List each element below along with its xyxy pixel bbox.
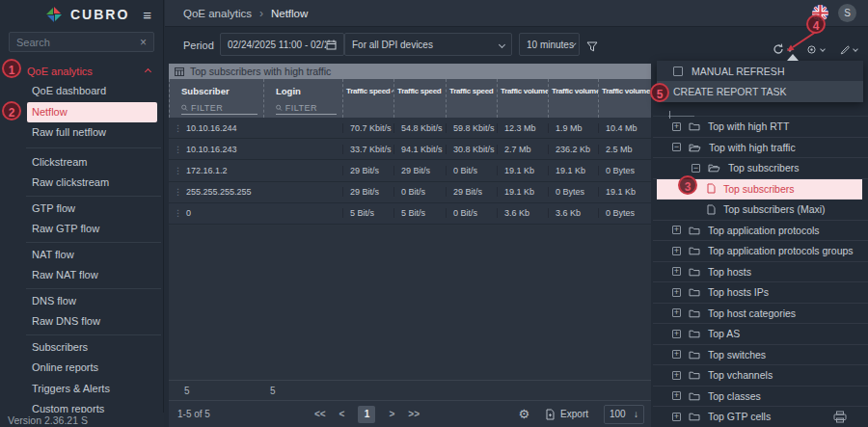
checkbox-icon[interactable] [673, 67, 683, 76]
tree-item-label: Top subscribers [728, 162, 800, 173]
manual-refresh-option[interactable]: MANUAL REFRESH [657, 61, 863, 81]
results-table: Top subscribers with high traffic Subscr… [169, 64, 651, 427]
expand-icon[interactable]: + [672, 122, 681, 131]
export-button[interactable]: Export [545, 409, 588, 420]
expand-icon[interactable]: + [672, 413, 681, 421]
sidebar-item-clickstream[interactable]: Clickstream [27, 152, 157, 173]
drag-handle-icon[interactable]: ⋮ [174, 166, 182, 175]
sidebar-item-raw-dns-flow[interactable]: Raw DNS flow [27, 311, 157, 333]
drag-handle-icon[interactable]: ⋮ [174, 208, 182, 218]
breadcrumb-parent[interactable]: QoE analytics [183, 8, 252, 19]
expand-icon[interactable]: + [672, 267, 681, 276]
pen-icon [839, 44, 850, 55]
collapse-icon[interactable]: − [692, 164, 700, 173]
column-traffic-volume-3[interactable]: Traffic volume [598, 79, 651, 118]
sidebar-item-triggers-alerts[interactable]: Triggers & Alerts [27, 379, 157, 400]
expand-icon[interactable]: + [672, 288, 681, 297]
table-row[interactable]: ⋮ 0 5 Bit/s 5 Bit/s 0 Bit/s 3.6 Kb 3.6 K… [169, 203, 651, 225]
tree-item-top-with-high-rtt[interactable]: + Top with high RTT [653, 117, 868, 138]
column-login[interactable]: Login [263, 79, 342, 118]
device-filter-select[interactable]: For all DPI devices [344, 33, 512, 56]
tree-item-top-as[interactable]: + Top AS [653, 324, 868, 345]
column-traffic-speed-1[interactable]: Traffic speed [342, 79, 393, 118]
expand-icon[interactable]: + [672, 330, 681, 338]
folder-icon [689, 412, 700, 421]
sidebar-item-raw-gtp-flow[interactable]: Raw GTP flow [27, 219, 157, 240]
export-icon [545, 409, 556, 420]
column-traffic-volume-2[interactable]: Traffic volume [548, 79, 598, 118]
sidebar-item-nat-flow[interactable]: NAT flow [27, 245, 157, 266]
hamburger-menu-icon[interactable]: ≡ [143, 7, 151, 23]
table-row[interactable]: ⋮ 255.255.255.255 29 Bit/s 0 Bit/s 29 Bi… [169, 182, 651, 203]
tree-item-label: Top hosts IPs [708, 286, 769, 298]
expand-icon[interactable]: + [672, 308, 681, 317]
sidebar-item-gtp-flow[interactable]: GTP flow [27, 199, 157, 220]
expand-icon[interactable]: + [672, 226, 681, 234]
tree-item-top-hosts-ips[interactable]: + Top hosts IPs [653, 282, 868, 304]
style-options-button[interactable] [839, 44, 857, 55]
tree-item-label: Top switches [708, 349, 766, 360]
clear-search-icon[interactable]: × [140, 36, 147, 49]
current-page[interactable]: 1 [358, 406, 375, 423]
tree-item-top-application-protocols[interactable]: + Top application protocols [653, 221, 868, 242]
tree-item-top-gtp-cells[interactable]: + Top GTP cells [653, 407, 868, 427]
table-row[interactable]: ⋮ 172.16.1.2 29 Bit/s 29 Bit/s 0 Bit/s 1… [169, 160, 651, 181]
table-row[interactable]: ⋮ 10.10.16.243 33.7 Kbit/s 94.1 Kbit/s 3… [169, 139, 651, 160]
user-avatar[interactable]: S [838, 4, 856, 22]
drag-handle-icon[interactable]: ⋮ [174, 123, 182, 133]
column-traffic-speed-2[interactable]: Traffic speed [393, 79, 446, 118]
login-filter-input[interactable] [285, 103, 337, 113]
tree-item-top-subscribers-maxi[interactable]: Top subscribers (Maxi) [653, 200, 868, 221]
tree-item-top-hosts[interactable]: + Top hosts [653, 262, 868, 283]
drag-handle-icon[interactable]: ⋮ [174, 187, 182, 197]
arrow-down-icon: ↓ [634, 409, 638, 419]
expand-icon[interactable]: + [672, 350, 681, 359]
next-page-button[interactable]: > [389, 409, 394, 419]
column-traffic-speed-3[interactable]: Traffic speed [446, 79, 497, 118]
tree-item-top-switches[interactable]: + Top switches [653, 345, 868, 366]
sidebar-item-raw-clickstream[interactable]: Raw clickstream [27, 173, 157, 194]
expand-icon[interactable]: + [672, 371, 681, 380]
subscriber-count: 5 [169, 386, 263, 396]
expand-icon[interactable]: + [672, 247, 681, 255]
tree-item-top-classes[interactable]: + Top classes [653, 387, 868, 408]
sidebar: CUBRO ≡ × QoE analytics QoE dashboard Ne… [0, 0, 164, 427]
tree-item-top-application-protocols-groups[interactable]: + Top application protocols groups [653, 241, 868, 262]
view-options-button[interactable] [806, 44, 825, 55]
page-size-select[interactable]: 100 ↓ [604, 405, 644, 424]
table-settings-gear-icon[interactable]: ⚙ [518, 407, 529, 421]
search-input[interactable] [16, 37, 140, 48]
sidebar-item-raw-nat-flow[interactable]: Raw NAT flow [27, 265, 157, 286]
sidebar-item-netflow[interactable]: Netflow [27, 102, 157, 123]
print-icon[interactable] [833, 411, 847, 425]
column-subscriber[interactable]: Subscriber [169, 79, 263, 118]
brand-name: CUBRO [70, 7, 129, 22]
tree-item-top-vchannels[interactable]: + Top vchannels [653, 365, 868, 387]
sidebar-item-raw-full-netflow[interactable]: Raw full netflow [27, 122, 157, 144]
tree-item-top-host-categories[interactable]: + Top host categories [653, 304, 868, 325]
tree-item-label: Top AS [708, 328, 740, 339]
column-header-label: Traffic volume [599, 79, 651, 102]
last-page-button[interactable]: >> [408, 409, 420, 419]
chevron-down-icon [787, 46, 793, 52]
column-traffic-volume-1[interactable]: Traffic volume [497, 79, 548, 118]
expand-icon[interactable]: + [672, 391, 681, 400]
first-page-button[interactable]: << [314, 409, 326, 419]
subscriber-filter-input[interactable] [191, 103, 258, 113]
tree-item-top-with-high-traffic[interactable]: − Top with high traffic [653, 138, 868, 159]
filter-funnel-icon[interactable] [586, 39, 598, 56]
create-report-task-option[interactable]: CREATE REPORT TASK [657, 81, 863, 102]
sidebar-section-qoe-analytics[interactable]: QoE analytics [0, 62, 164, 81]
collapse-icon[interactable]: − [672, 143, 681, 151]
folder-icon [689, 246, 700, 255]
sidebar-item-subscribers[interactable]: Subscribers [27, 337, 157, 359]
prev-page-button[interactable]: < [339, 409, 345, 419]
period-range-input[interactable]: 02/24/2025 11:00 - 02/24/2025 12:5 [220, 33, 344, 56]
sidebar-item-dns-flow[interactable]: DNS flow [27, 291, 157, 312]
interval-select[interactable]: 10 minutes [519, 33, 580, 56]
table-row[interactable]: ⋮ 10.10.16.244 70.7 Kbit/s 54.8 Kbit/s 5… [169, 118, 651, 139]
drag-handle-icon[interactable]: ⋮ [174, 145, 182, 154]
sidebar-item-qoe-dashboard[interactable]: QoE dashboard [27, 81, 157, 102]
sidebar-item-online-reports[interactable]: Online reports [27, 358, 157, 379]
annotation-step-5: 5 [650, 83, 669, 102]
